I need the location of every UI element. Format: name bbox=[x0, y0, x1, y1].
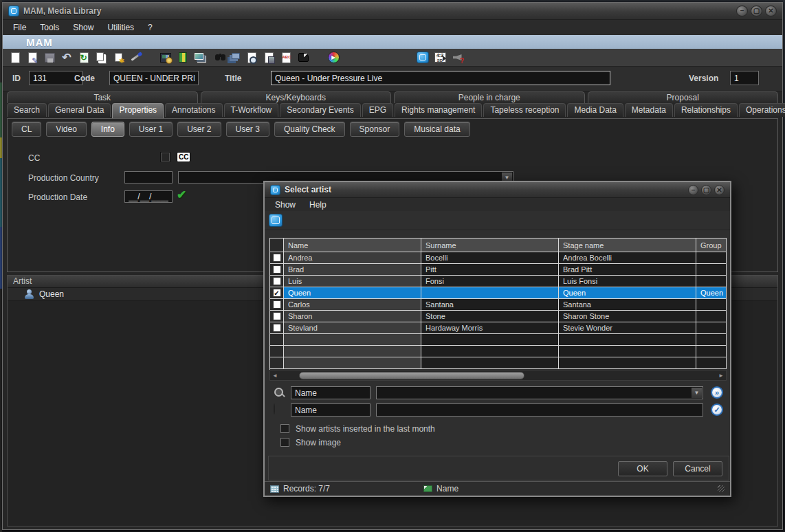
tab-group[interactable]: Keys/Keyboards bbox=[201, 91, 392, 103]
cell-group[interactable] bbox=[696, 276, 727, 287]
row-checkbox[interactable] bbox=[273, 324, 281, 332]
menu-item[interactable]: ? bbox=[142, 21, 159, 34]
search-go-button[interactable]: » bbox=[711, 386, 723, 399]
row-checkbox-cell[interactable] bbox=[270, 334, 284, 346]
cell-surname[interactable]: Stone bbox=[421, 311, 559, 322]
cell-name[interactable]: Andrea bbox=[284, 252, 421, 264]
column-colors-icon[interactable] bbox=[176, 51, 190, 65]
row-checkbox-cell[interactable] bbox=[270, 311, 284, 322]
tab-group[interactable]: People in charge bbox=[394, 91, 585, 103]
cell-group[interactable]: Queen bbox=[696, 287, 727, 299]
cancel-button[interactable]: Cancel bbox=[673, 461, 722, 476]
sub-tab[interactable]: User 3 bbox=[226, 122, 269, 137]
edit-record-icon[interactable] bbox=[25, 51, 39, 65]
sub-tab[interactable]: Info bbox=[91, 122, 124, 137]
undo-icon[interactable]: ↶ bbox=[60, 51, 74, 65]
report-icon[interactable] bbox=[262, 51, 276, 65]
media-clip-icon[interactable] bbox=[159, 51, 173, 65]
row-checkbox-cell[interactable] bbox=[270, 276, 284, 287]
tab[interactable]: Operations bbox=[739, 103, 785, 117]
cell-surname[interactable]: Fonsi bbox=[421, 276, 559, 287]
cell-name[interactable]: Sharon bbox=[284, 311, 421, 322]
dialog-menu-item[interactable]: Show bbox=[269, 199, 302, 211]
tab[interactable]: General Data bbox=[48, 103, 111, 117]
cell-surname[interactable] bbox=[421, 334, 559, 346]
tab[interactable]: Secondary Events bbox=[280, 103, 360, 117]
filter-field-selector-1[interactable] bbox=[291, 386, 371, 399]
sub-tab[interactable]: User 1 bbox=[129, 122, 173, 137]
menu-item[interactable]: Show bbox=[67, 21, 100, 34]
row-checkbox[interactable] bbox=[273, 265, 281, 274]
cell-stage-name[interactable] bbox=[559, 357, 696, 369]
cell-name[interactable]: Stevland bbox=[284, 322, 421, 334]
cell-surname[interactable] bbox=[421, 357, 559, 369]
sub-tab[interactable]: Musical data bbox=[404, 122, 469, 137]
tab[interactable]: Search bbox=[7, 103, 47, 117]
cell-stage-name[interactable] bbox=[559, 346, 696, 357]
resize-grip[interactable] bbox=[718, 485, 725, 492]
row-checkbox-cell[interactable] bbox=[270, 287, 284, 299]
cell-group[interactable] bbox=[696, 346, 727, 357]
cell-group[interactable] bbox=[696, 299, 727, 311]
images-icon[interactable] bbox=[193, 51, 207, 65]
row-checkbox[interactable] bbox=[273, 289, 281, 297]
filter-text-input[interactable] bbox=[376, 403, 703, 417]
menu-item[interactable]: Utilities bbox=[101, 21, 140, 34]
horizontal-scrollbar[interactable]: ◄ ► bbox=[269, 370, 727, 381]
code-field[interactable] bbox=[109, 71, 199, 85]
row-checkbox[interactable] bbox=[273, 254, 281, 262]
cc-checkbox[interactable] bbox=[160, 152, 170, 162]
save-icon[interactable] bbox=[43, 51, 56, 65]
copy-icon[interactable] bbox=[94, 51, 108, 65]
sub-tab[interactable]: User 2 bbox=[177, 122, 221, 137]
scrollbar-thumb[interactable] bbox=[299, 372, 524, 379]
cell-group[interactable] bbox=[696, 334, 727, 346]
column-header-group[interactable]: Group bbox=[696, 238, 727, 252]
sub-tab[interactable]: Video bbox=[46, 122, 86, 137]
cell-group[interactable] bbox=[696, 264, 727, 276]
title-field[interactable] bbox=[271, 71, 610, 85]
audio-missing-icon[interactable]: ? bbox=[450, 51, 464, 65]
cell-name[interactable] bbox=[284, 357, 421, 369]
sub-tab[interactable]: Sponsor bbox=[350, 122, 400, 137]
table-row[interactable] bbox=[270, 346, 727, 357]
filter-field-selector-2[interactable] bbox=[291, 403, 371, 417]
tab[interactable]: Properties bbox=[112, 103, 164, 118]
tab[interactable]: Annotations bbox=[165, 103, 222, 117]
cell-stage-name[interactable]: Brad Pitt bbox=[559, 264, 696, 276]
tab[interactable]: Metadata bbox=[625, 103, 673, 117]
row-checkbox-cell[interactable] bbox=[270, 346, 284, 357]
cell-surname[interactable]: Hardaway Morris bbox=[421, 322, 559, 334]
export-icon[interactable] bbox=[111, 51, 125, 65]
sub-tab[interactable]: CL bbox=[12, 122, 41, 137]
row-checkbox-cell[interactable] bbox=[270, 264, 284, 276]
table-row[interactable]: Luis Fonsi Luis Fonsi bbox=[270, 276, 727, 287]
version-field[interactable] bbox=[730, 71, 759, 85]
cell-stage-name[interactable]: Luis Fonsi bbox=[559, 276, 696, 287]
cell-surname[interactable] bbox=[421, 287, 559, 299]
dialog-minimize-button[interactable]: – bbox=[688, 185, 698, 195]
cell-group[interactable] bbox=[696, 252, 727, 264]
close-button[interactable]: ✕ bbox=[765, 5, 777, 16]
menu-item[interactable]: Tools bbox=[34, 21, 65, 34]
row-checkbox[interactable] bbox=[273, 312, 281, 320]
tab-group[interactable]: Proposal bbox=[588, 91, 779, 103]
row-checkbox-cell[interactable] bbox=[270, 322, 284, 334]
binoculars-search-icon[interactable] bbox=[210, 51, 224, 65]
cell-name[interactable]: Brad bbox=[284, 264, 421, 276]
spellcheck-icon[interactable]: ABC bbox=[279, 51, 293, 65]
artist-manager-icon[interactable] bbox=[269, 214, 283, 227]
table-row[interactable]: Queen Queen Queen bbox=[270, 287, 727, 299]
ok-button[interactable]: OK bbox=[618, 461, 667, 476]
column-header-name[interactable]: Name bbox=[284, 238, 421, 252]
media-sphere-icon[interactable] bbox=[327, 51, 340, 65]
show-recent-artists-checkbox[interactable] bbox=[280, 424, 289, 433]
cell-group[interactable] bbox=[696, 357, 727, 369]
tab[interactable]: Rights management bbox=[395, 103, 482, 117]
menu-item[interactable]: File bbox=[7, 21, 32, 34]
row-checkbox[interactable] bbox=[273, 300, 281, 309]
cell-stage-name[interactable]: Stevie Wonder bbox=[559, 322, 696, 334]
cell-stage-name[interactable] bbox=[559, 334, 696, 346]
production-date-field[interactable] bbox=[124, 190, 173, 203]
date-valid-check-icon[interactable]: ✔ bbox=[177, 188, 186, 202]
